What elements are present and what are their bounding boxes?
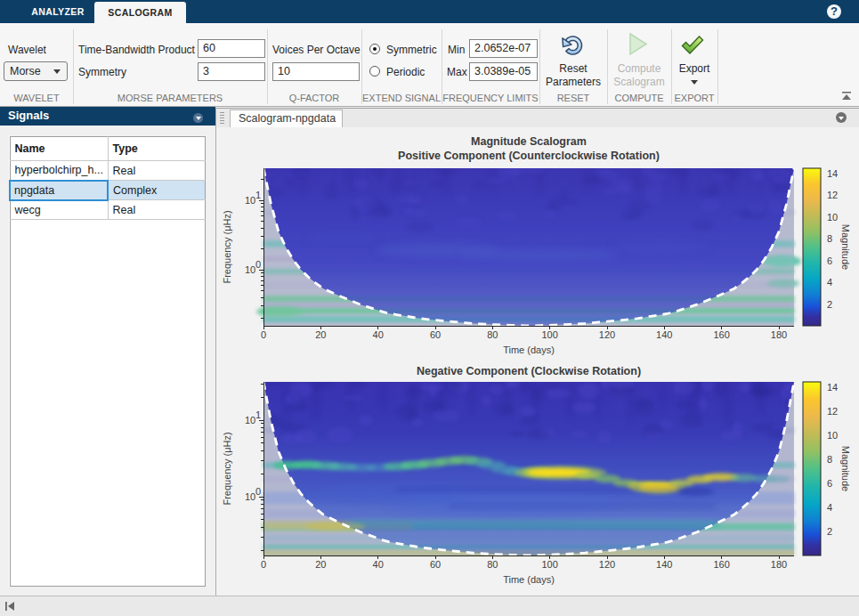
svg-text:0: 0	[261, 559, 266, 570]
svg-text:10: 10	[245, 415, 255, 426]
svg-text:180: 180	[771, 559, 787, 570]
svg-text:14: 14	[827, 382, 838, 393]
svg-text:2: 2	[827, 526, 832, 537]
svg-text:60: 60	[430, 329, 441, 340]
svg-text:100: 100	[541, 329, 557, 340]
svg-text:60: 60	[430, 559, 441, 570]
svg-text:Negative Component (Clockwise: Negative Component (Clockwise Rotation)	[417, 365, 641, 377]
svg-text:80: 80	[487, 559, 498, 570]
svg-text:Positive Component (Counterclo: Positive Component (Counterclockwise Rot…	[398, 150, 660, 162]
svg-text:4: 4	[827, 502, 832, 513]
svg-text:160: 160	[713, 329, 729, 340]
svg-text:12: 12	[827, 190, 838, 200]
svg-text:0: 0	[255, 259, 261, 270]
svg-text:10: 10	[245, 491, 255, 502]
svg-text:0: 0	[261, 329, 266, 340]
svg-text:Time (days): Time (days)	[503, 344, 555, 355]
svg-text:160: 160	[713, 559, 729, 570]
svg-text:Magnitude: Magnitude	[840, 224, 851, 270]
svg-text:Magnitude: Magnitude	[840, 446, 851, 491]
svg-text:10: 10	[245, 264, 255, 275]
svg-text:10: 10	[245, 195, 255, 206]
svg-text:Frequency (μHz): Frequency (μHz)	[222, 210, 232, 283]
svg-text:1: 1	[255, 409, 261, 420]
svg-text:40: 40	[373, 559, 384, 570]
svg-text:0: 0	[255, 486, 261, 497]
svg-text:14: 14	[827, 168, 838, 179]
svg-text:10: 10	[827, 430, 838, 441]
svg-text:180: 180	[771, 329, 787, 340]
svg-text:40: 40	[373, 329, 384, 340]
svg-text:120: 120	[599, 559, 615, 570]
svg-text:100: 100	[541, 559, 557, 570]
svg-text:4: 4	[827, 277, 832, 288]
svg-text:20: 20	[315, 329, 326, 340]
svg-text:1: 1	[255, 190, 261, 200]
svg-text:8: 8	[827, 454, 832, 465]
svg-text:12: 12	[827, 406, 838, 417]
svg-text:80: 80	[487, 329, 498, 340]
svg-text:Time (days): Time (days)	[503, 574, 555, 585]
svg-text:Frequency (μHz): Frequency (μHz)	[222, 432, 232, 505]
svg-text:120: 120	[599, 329, 615, 340]
svg-text:10: 10	[827, 212, 838, 223]
svg-text:6: 6	[827, 255, 832, 266]
svg-text:140: 140	[656, 559, 672, 570]
svg-text:20: 20	[315, 559, 326, 570]
svg-text:140: 140	[656, 329, 672, 340]
svg-text:8: 8	[827, 233, 832, 244]
svg-text:2: 2	[827, 299, 832, 310]
svg-text:6: 6	[827, 478, 832, 489]
svg-text:Magnitude Scalogram: Magnitude Scalogram	[471, 135, 587, 148]
